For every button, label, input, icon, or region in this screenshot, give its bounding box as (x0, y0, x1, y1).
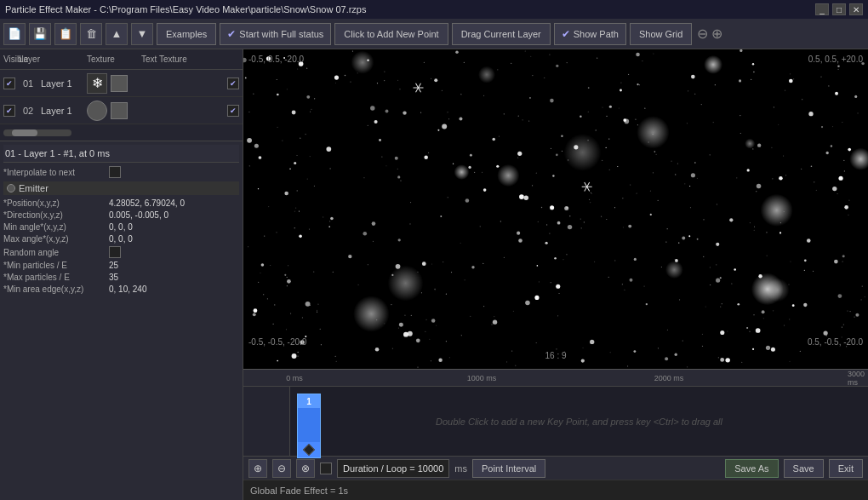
main-layout: Visible Layer Texture Text Texture ✔ 01 … (0, 49, 868, 500)
prop-minangle-row: Min angle*(x,y,z) 0, 0, 0 (3, 222, 239, 232)
canvas-corner-br: 0.5, -0.5, -20.0 (808, 337, 863, 347)
prop-randomangle-checkbox[interactable] (109, 246, 121, 258)
canvas-corner-bl: -0.5, -0.5, -20.0 (248, 337, 306, 347)
layer-01-visible-check[interactable]: ✔ (3, 78, 15, 89)
emitter-section-label: Emitter (19, 183, 49, 193)
prop-randomangle-label: Random angle (3, 248, 106, 257)
prop-position-row: *Position(x,y,z) 4.28052, 6.79024, 0 (3, 198, 239, 208)
delete-icon-button[interactable]: 🗑 (80, 23, 102, 45)
status-bar: Global Fade Effect = 1s (243, 480, 868, 500)
show-grid-button[interactable]: Show Grid (630, 23, 692, 45)
ruler-mark-0: 0 ms (286, 374, 303, 382)
prop-direction-row: *Direction(x,y,z) 0.005, -0.005, 0 (3, 210, 239, 220)
prop-minareedge-row: *Min area edge(x,y,z) 0, 10, 240 (3, 284, 239, 294)
layer-01-color-box[interactable] (111, 75, 128, 92)
down-icon-button[interactable]: ▼ (131, 23, 153, 45)
timeline-tool-2[interactable]: ⊖ (272, 459, 291, 478)
layer-02-right-check[interactable]: ✔ (227, 105, 239, 117)
timeline-checkbox[interactable] (320, 463, 332, 474)
layer-header: Visible Layer Texture Text Texture (0, 49, 243, 70)
minimize-button[interactable]: _ (815, 3, 829, 15)
new-icon-button[interactable]: 📄 (3, 23, 26, 45)
text-texture-col-header: Text Texture (141, 55, 239, 64)
toolbar: 📄 💾 📋 🗑 ▲ ▼ Examples ✔ Start with Full s… (0, 19, 868, 49)
prop-minangle-value: 0, 0, 0 (109, 222, 133, 232)
zoom-out-button[interactable]: ⊖ (697, 26, 708, 42)
particles-canvas (243, 49, 868, 369)
save-button[interactable]: Save (784, 459, 824, 478)
layer-col-header: Layer (19, 55, 37, 64)
show-path-button[interactable]: ✔ Show Path (554, 23, 626, 45)
window-controls: _ □ ✕ (815, 3, 863, 15)
layer-scroll (0, 124, 243, 141)
timeline: 0 ms 1000 ms 2000 ms 3000 ms Double Clic… (243, 369, 868, 480)
visible-col-header: Visible (3, 55, 15, 64)
prop-minparticles-label: *Min particles / E (3, 261, 106, 270)
global-fade-status: Global Fade Effect = 1s (250, 486, 348, 496)
start-full-button[interactable]: ✔ Start with Full status (220, 23, 331, 45)
timeline-keypoint[interactable]: 1 (297, 394, 321, 458)
prop-randomangle-row: Random angle (3, 246, 239, 258)
ruler-mark-3000: 3000 ms (848, 370, 865, 387)
point-interval-button[interactable]: Point Interval (472, 459, 545, 478)
prop-maxangle-label: Max angle*(x,y,z) (3, 234, 106, 244)
prop-minareedge-value: 0, 10, 240 (109, 284, 146, 294)
up-icon-button[interactable]: ▲ (106, 23, 128, 45)
start-full-check: ✔ (227, 28, 236, 40)
layer-01-right-check[interactable]: ✔ (227, 78, 239, 89)
app-title: Particle Effect Maker - C:\Program Files… (5, 4, 366, 14)
interpolate-row: *Interpolate to next (3, 166, 239, 178)
prop-minareedge-label: *Min area edge(x,y,z) (3, 284, 106, 294)
exit-button[interactable]: Exit (829, 459, 863, 478)
timeline-tracks[interactable]: Double Click to add a new Key Point, and… (290, 387, 868, 456)
timeline-tool-1[interactable]: ⊕ (248, 459, 267, 478)
layer-row[interactable]: ✔ 02 Layer 1 ✔ (0, 97, 243, 124)
duration-ms-label: ms (454, 463, 467, 474)
prop-minangle-label: Min angle*(x,y,z) (3, 222, 106, 232)
close-button[interactable]: ✕ (849, 3, 863, 15)
ruler-mark-2000: 2000 ms (654, 374, 684, 382)
start-full-label: Start with Full status (239, 29, 323, 39)
prop-maxangle-row: Max angle*(x,y,z) 0, 0, 0 (3, 234, 239, 244)
copy-icon-button[interactable]: 📋 (54, 23, 77, 45)
prop-maxparticles-label: *Max particles / E (3, 273, 106, 282)
timeline-track-labels (243, 387, 290, 456)
layer-02-color-box[interactable] (111, 102, 128, 119)
layer-scrollbar-thumb[interactable] (12, 129, 37, 136)
timeline-hint: Double Click to add a new Key Point, and… (436, 417, 722, 427)
properties-title: 01 - Layer 1 - #1, at 0 ms (3, 145, 239, 163)
bottom-bar: ⊕ ⊖ ⊗ Duration / Loop = 10000 ms Point I… (243, 456, 868, 480)
left-panel: Visible Layer Texture Text Texture ✔ 01 … (0, 49, 243, 500)
timeline-tool-3[interactable]: ⊗ (296, 459, 315, 478)
drag-layer-button[interactable]: Drag Current Layer (452, 23, 551, 45)
right-area: -0.5, 0.5, -20.0 0.5, 0.5, +20.0 -0.5, -… (243, 49, 868, 500)
prop-minparticles-value: 25 (109, 261, 118, 270)
show-path-label: Show Path (574, 29, 619, 39)
layer-02-texture-circle[interactable] (87, 101, 107, 121)
save-icon-button[interactable]: 💾 (29, 23, 51, 45)
timeline-content: Double Click to add a new Key Point, and… (243, 387, 868, 456)
prop-direction-value: 0.005, -0.005, 0 (109, 210, 168, 220)
layer-row[interactable]: ✔ 01 Layer 1 ❄ ✔ (0, 70, 243, 97)
duration-input[interactable]: Duration / Loop = 10000 (337, 459, 449, 478)
layer-02-num: 02 (19, 106, 37, 116)
ruler-mark-1000: 1000 ms (467, 374, 497, 382)
prop-maxparticles-value: 35 (109, 273, 118, 282)
properties-panel: 01 - Layer 1 - #1, at 0 ms *Interpolate … (0, 141, 243, 500)
prop-position-label: *Position(x,y,z) (3, 198, 106, 208)
layer-01-texture-snowflake[interactable]: ❄ (87, 73, 107, 94)
keypoint-body (298, 408, 320, 442)
maximize-button[interactable]: □ (832, 3, 846, 15)
add-point-button[interactable]: Click to Add New Point (334, 23, 448, 45)
layer-02-visible-check[interactable]: ✔ (3, 105, 15, 117)
save-as-button[interactable]: Save As (725, 459, 778, 478)
duration-label: Duration / Loop = 10000 (343, 463, 443, 474)
interpolate-checkbox[interactable] (109, 166, 121, 178)
zoom-in-button[interactable]: ⊕ (711, 26, 722, 42)
prop-direction-label: *Direction(x,y,z) (3, 210, 106, 220)
canvas-area[interactable]: -0.5, 0.5, -20.0 0.5, 0.5, +20.0 -0.5, -… (243, 49, 868, 369)
emitter-section-icon (7, 184, 15, 193)
keypoint-diamond (303, 444, 315, 456)
examples-button[interactable]: Examples (157, 23, 216, 45)
layer-scrollbar[interactable] (3, 129, 71, 136)
